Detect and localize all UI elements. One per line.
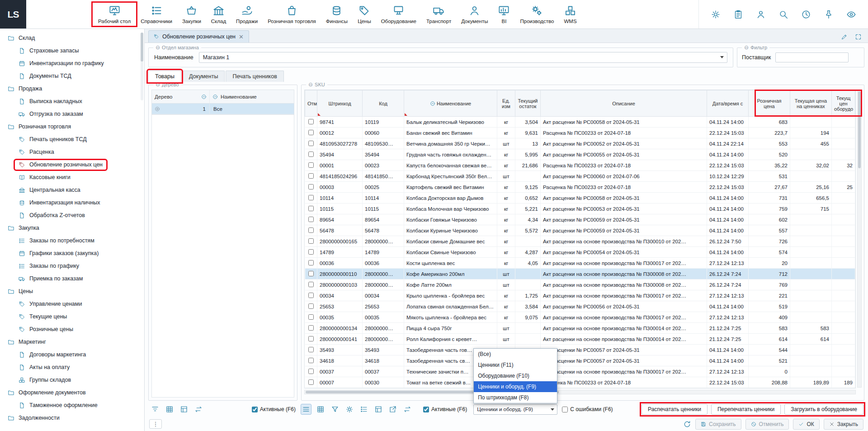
edit-pencil-icon[interactable] xyxy=(841,33,848,40)
tab-0[interactable]: Товары xyxy=(148,71,181,82)
sidebar-item-22[interactable]: Текущие цены xyxy=(0,310,144,323)
toolbar-item-documents[interactable]: Документы xyxy=(456,3,493,25)
sidebar-item-10[interactable]: Обновление розничных цен xyxy=(0,158,144,171)
sidebar-item-19[interactable]: Приемка по заказам xyxy=(0,272,144,285)
column-header-2[interactable]: Код xyxy=(363,90,404,117)
view-select-icon[interactable] xyxy=(301,404,311,414)
row-checkbox[interactable] xyxy=(308,303,314,309)
toolbar-item-wms[interactable]: WMS xyxy=(559,3,581,25)
sidebar-item-13[interactable]: Инвентаризация наличных xyxy=(0,196,144,209)
store-select[interactable]: Магазин 1 xyxy=(199,52,727,63)
tab-2[interactable]: Печать ценников xyxy=(226,71,283,82)
more-actions-button[interactable]: ⋮ xyxy=(149,419,162,429)
settings-icon[interactable] xyxy=(344,404,354,414)
table-row[interactable]: 1011510115Колбаса Молочная вар Черкизово… xyxy=(305,204,855,214)
reprint-price-tags-button[interactable]: Перепечатать ценники xyxy=(711,404,781,415)
table-row[interactable]: 3549435494Грудная часть говяжья охлажден… xyxy=(305,149,855,160)
sidebar-item-25[interactable]: Договоры маркетинга xyxy=(0,348,144,361)
sidebar-item-12[interactable]: Центральная касса xyxy=(0,184,144,196)
toolbar-item-sales[interactable]: Продажи xyxy=(231,3,263,25)
tree-active-checkbox[interactable] xyxy=(252,407,258,412)
row-checkbox[interactable] xyxy=(308,152,314,157)
row-checkbox[interactable] xyxy=(308,249,314,255)
pin-button[interactable] xyxy=(824,9,834,19)
row-checkbox[interactable] xyxy=(308,379,314,385)
row-checkbox[interactable] xyxy=(308,293,314,298)
filter-icon[interactable] xyxy=(330,404,340,414)
history-button[interactable] xyxy=(801,9,811,19)
fullscreen-icon[interactable] xyxy=(855,33,862,40)
horizontal-scrollbar[interactable] xyxy=(304,390,856,394)
filter-lines-icon[interactable] xyxy=(150,404,160,414)
toolbar-item-transport[interactable]: Транспорт xyxy=(421,3,456,25)
sidebar-item-27[interactable]: Группы складов xyxy=(0,374,144,386)
dropdown-option-0[interactable]: (Все) xyxy=(474,349,557,360)
print-price-tags-button[interactable]: Распечатать ценники xyxy=(642,404,708,415)
column-header-8[interactable]: Розничная цена xyxy=(749,90,790,117)
settings-button[interactable] xyxy=(711,9,721,19)
ok-button[interactable]: ОК xyxy=(793,419,819,430)
sidebar-item-26[interactable]: Акты на оплату xyxy=(0,361,144,374)
dropdown-option-2[interactable]: Оборудование (F10) xyxy=(474,370,557,381)
table-row[interactable]: 280000000011028000000…Кофе Американо 200… xyxy=(305,269,855,279)
collapse-icon[interactable]: ⊖ xyxy=(308,81,313,88)
sidebar-item-4[interactable]: Продажа xyxy=(0,82,144,95)
row-checkbox[interactable] xyxy=(308,260,314,265)
table-row[interactable]: 9874110119Балык деликатесный Черкизовокг… xyxy=(305,117,855,128)
export-icon[interactable] xyxy=(373,404,383,414)
column-header-9[interactable]: Текущая цена на ценниках xyxy=(790,90,832,117)
table-view-icon[interactable] xyxy=(165,404,175,414)
sort-asc-icon[interactable] xyxy=(430,101,435,106)
load-to-equipment-button[interactable]: Загрузить в оборудование xyxy=(784,404,863,415)
table-row[interactable]: 0003600036Кости цыпленка вескг4,05Акт ра… xyxy=(305,258,855,269)
row-checkbox[interactable] xyxy=(308,336,314,341)
table-row[interactable]: 280000000013428000000…Пицца 4 сыра 750гш… xyxy=(305,323,855,334)
sidebar-item-9[interactable]: Расценка xyxy=(0,146,144,158)
column-header-0[interactable]: Отм. xyxy=(305,90,317,117)
tab-1[interactable]: Документы xyxy=(182,71,225,82)
sidebar-item-14[interactable]: Обработка Z-отчетов xyxy=(0,209,144,222)
sidebar-item-28[interactable]: Оформление документов xyxy=(0,386,144,399)
sidebar-item-16[interactable]: Заказы по потребностям xyxy=(0,234,144,247)
collapse-icon[interactable]: ⊖ xyxy=(156,44,160,51)
sidebar-item-7[interactable]: Розничная торговля xyxy=(0,120,144,133)
sidebar-item-17[interactable]: Графики заказов (закупка) xyxy=(0,247,144,260)
sidebar-scrollbar[interactable] xyxy=(141,33,143,100)
vertical-scrollbar[interactable] xyxy=(857,90,862,388)
expand-node-icon[interactable] xyxy=(155,106,160,112)
toolbar-item-references[interactable]: Справочники xyxy=(136,3,177,25)
column-header-5[interactable]: Текущий остаток xyxy=(515,90,541,117)
table-row[interactable]: 0003500035Мякоть цыпленка - бройлера вес… xyxy=(305,312,855,323)
table-row[interactable]: 0001200060Банан свежий вес Витаминкг9,63… xyxy=(305,128,855,138)
dropdown-option-3[interactable]: Ценники и оборуд. (F9) xyxy=(474,381,557,392)
open-window-icon[interactable] xyxy=(388,404,398,414)
table-row[interactable]: 1011410114Колбаса Докторская вар Дымовкг… xyxy=(305,193,855,204)
row-checkbox[interactable] xyxy=(308,369,314,374)
toolbar-item-production[interactable]: Производство xyxy=(515,3,559,25)
column-header-7[interactable]: Дата/время с xyxy=(707,90,749,117)
row-checkbox[interactable] xyxy=(308,347,314,352)
row-checkbox[interactable] xyxy=(308,238,314,244)
toolbar-item-bi[interactable]: BI xyxy=(493,3,515,25)
row-checkbox[interactable] xyxy=(308,141,314,146)
dropdown-option-1[interactable]: Ценники (F11) xyxy=(474,360,557,370)
save-button[interactable]: Сохранить xyxy=(695,419,741,430)
sku-active-filter[interactable]: Активные (F6) xyxy=(423,406,467,412)
sidebar-item-3[interactable]: Документы ТСД xyxy=(0,70,144,82)
table-import-icon[interactable] xyxy=(193,404,203,414)
table-row[interactable]: 1478914789Колбаски Свиные Черкизовокг4,2… xyxy=(305,247,855,258)
tab-price-update[interactable]: Обновление розничных цен ✕ xyxy=(148,30,249,43)
table-row[interactable]: 280000000014128000000…Ролл Калифорния с … xyxy=(305,334,855,345)
user-button[interactable] xyxy=(756,9,766,19)
sidebar-item-2[interactable]: Инвентаризации по графику xyxy=(0,57,144,70)
sidebar-item-15[interactable]: Закупка xyxy=(0,222,144,234)
supplier-input[interactable] xyxy=(775,52,849,62)
app-logo[interactable]: LS xyxy=(0,0,26,28)
column-header-1[interactable]: Штрихкод xyxy=(317,90,363,117)
sort-asc-icon[interactable] xyxy=(201,94,207,99)
table-row[interactable]: 3461834618Тазобедренная часть св…кгАкт р… xyxy=(305,355,855,366)
sidebar-item-29[interactable]: Таможенное оформление xyxy=(0,399,144,412)
table-row[interactable]: 8965489654Колбаски Говяжьи Черкизовокг4,… xyxy=(305,214,855,225)
column-header-3[interactable]: Наименование xyxy=(404,90,497,117)
table-row[interactable]: 3549335493Тазобедренная часть гов…кгАкт … xyxy=(305,345,855,355)
